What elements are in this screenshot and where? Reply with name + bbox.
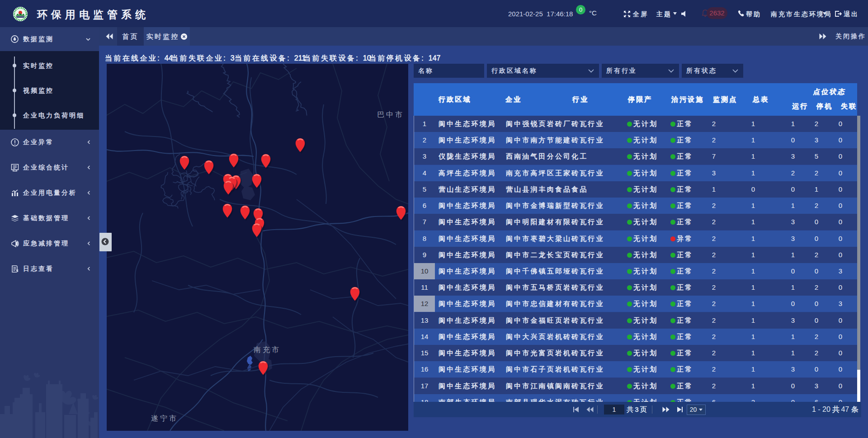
svg-text:南充市: 南充市 bbox=[254, 346, 281, 353]
svg-text:巴中市: 巴中市 bbox=[377, 111, 404, 118]
svg-text:遂宁市: 遂宁市 bbox=[151, 414, 178, 422]
